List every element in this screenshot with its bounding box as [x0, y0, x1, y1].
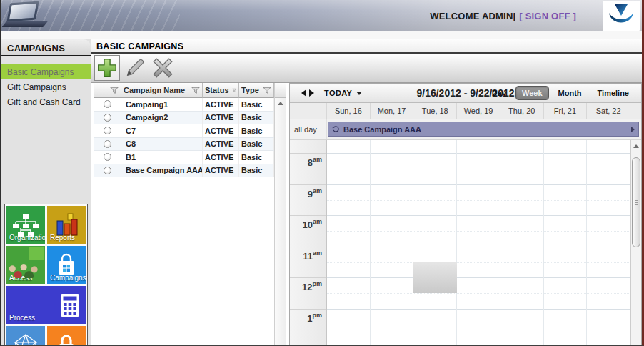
cell-type: Basic [239, 151, 274, 164]
sidebar-item-gift-and-cash-card[interactable]: Gift and Cash Card [1, 94, 91, 109]
filter-icon[interactable] [232, 86, 236, 94]
delete-button[interactable] [150, 55, 176, 81]
day-header-mon: Mon, 17 [371, 103, 414, 119]
day-column[interactable] [500, 140, 544, 346]
table-scrollbar[interactable] [274, 83, 286, 346]
sign-off-link[interactable]: [ SIGN OFF ] [519, 11, 576, 21]
filter-icon[interactable] [110, 86, 119, 94]
view-month-button[interactable]: Month [552, 86, 588, 100]
cell-status: ACTIVE [203, 112, 239, 124]
calendar-scrollbar[interactable] [630, 140, 641, 346]
row-select-cell [94, 124, 121, 137]
next-week-icon[interactable] [309, 89, 314, 97]
hour-label: 8am [290, 153, 326, 184]
tile-security[interactable] [47, 326, 86, 346]
row-radio[interactable] [104, 140, 111, 148]
welcome-area: WELCOME ADMIN| [ SIGN OFF ] [430, 0, 576, 31]
calendar-grid[interactable] [327, 140, 630, 346]
table-row[interactable]: Base Campaign AAA ACTIVE Basic [94, 164, 274, 178]
row-radio[interactable] [104, 127, 111, 134]
sidebar-item-gift-campaigns[interactable]: Gift Campaigns [1, 79, 91, 94]
day-header-gutter [290, 103, 327, 119]
row-radio[interactable] [104, 114, 111, 122]
table-row[interactable]: Campaign2 ACTIVE Basic [94, 112, 274, 125]
cell-campaign-name: Campaign2 [121, 112, 203, 124]
tile-access[interactable]: Access [6, 246, 45, 284]
row-radio[interactable] [104, 100, 111, 108]
day-column[interactable] [371, 140, 414, 346]
tile-organization[interactable]: Organization [6, 206, 45, 244]
hour-label: 1pm [290, 309, 326, 340]
view-timeline-button[interactable]: Timeline [591, 86, 635, 100]
day-header-fri: Fri, 21 [544, 103, 588, 119]
sidebar-title: CAMPAIGNS [1, 39, 91, 56]
recurrence-icon [332, 125, 340, 133]
hour-label: 9am [290, 184, 326, 216]
tile-network[interactable] [6, 326, 45, 346]
app-window: WELCOME ADMIN| [ SIGN OFF ] CAMPA [0, 0, 644, 346]
tile-label: Process [9, 314, 35, 322]
all-day-track[interactable]: Base Campaign AAA [327, 119, 641, 139]
day-column[interactable] [544, 140, 588, 346]
hour-label: 10am [290, 215, 326, 247]
tile-label: Reports [50, 234, 75, 242]
event-title: Base Campaign AAA [343, 125, 628, 134]
table-row[interactable]: B1 ACTIVE Basic [94, 151, 274, 164]
scrollbar-thumb[interactable] [632, 157, 640, 247]
cell-type: Basic [239, 138, 274, 151]
sidebar-item-basic-campaigns[interactable]: Basic Campaigns [1, 64, 91, 79]
tile-reports[interactable]: Reports [47, 206, 86, 244]
view-week-button[interactable]: Week [515, 86, 549, 100]
cell-status: ACTIVE [203, 98, 239, 111]
day-column[interactable] [587, 140, 630, 346]
lock-icon [47, 326, 86, 346]
column-header-campaign-name[interactable]: Campaign Name [121, 83, 203, 98]
x-icon [152, 57, 173, 79]
v-logo-icon [607, 3, 635, 29]
row-select-cell [94, 151, 121, 164]
time-gutter: 8am 9am 10am 11am 12pm 1pm 2pm [290, 140, 327, 346]
today-dropdown[interactable]: TODAY [324, 89, 362, 97]
cell-campaign-name: B1 [121, 151, 203, 164]
filter-icon[interactable] [191, 86, 200, 94]
today-label: TODAY [324, 89, 352, 97]
table-row[interactable]: C8 ACTIVE Basic [94, 138, 274, 152]
table-header: Campaign Name Status Type [94, 83, 274, 98]
scrollbar-cap [275, 83, 286, 98]
toolbar [91, 54, 642, 83]
filter-icon[interactable] [263, 86, 271, 94]
column-header-status[interactable]: Status [203, 83, 239, 98]
welcome-text: WELCOME ADMIN| [430, 11, 515, 21]
prev-week-icon[interactable] [301, 89, 306, 97]
column-header-type[interactable]: Type [239, 83, 274, 98]
day-header-thu: Thu, 20 [500, 103, 544, 119]
table-row[interactable]: C7 ACTIVE Basic [94, 124, 274, 138]
scroll-up-icon[interactable] [278, 102, 283, 105]
day-header-sun: Sun, 16 [327, 103, 371, 119]
tile-process[interactable]: Process [6, 286, 86, 324]
view-day-button[interactable]: Day [485, 86, 513, 100]
day-column[interactable] [413, 140, 457, 346]
add-button[interactable] [94, 55, 120, 81]
tile-campaigns[interactable]: Campaigns [47, 246, 86, 284]
cell-status: ACTIVE [203, 138, 239, 151]
scroll-up-icon[interactable] [633, 144, 639, 148]
hour-label: 11am [290, 247, 326, 278]
all-day-event[interactable]: Base Campaign AAA [328, 122, 639, 137]
row-radio[interactable] [104, 167, 111, 174]
table-row[interactable]: Campaing1 ACTIVE Basic [94, 98, 274, 112]
day-column[interactable] [327, 140, 371, 346]
edit-button[interactable] [122, 55, 148, 81]
selected-time-slot[interactable] [413, 262, 457, 293]
calendar-body: 8am 9am 10am 11am 12pm 1pm 2pm [290, 140, 641, 346]
column-label: Campaign Name [124, 86, 185, 94]
laptop-art [6, 1, 39, 22]
caret-down-icon [356, 92, 362, 95]
tile-menu: Organization Reports Ac [4, 204, 88, 346]
row-radio[interactable] [104, 153, 111, 161]
cell-campaign-name: C7 [121, 124, 203, 137]
cell-type: Basic [239, 124, 274, 137]
tile-label: Access [9, 274, 32, 282]
day-column[interactable] [457, 140, 500, 346]
banner-gap [1, 31, 642, 39]
